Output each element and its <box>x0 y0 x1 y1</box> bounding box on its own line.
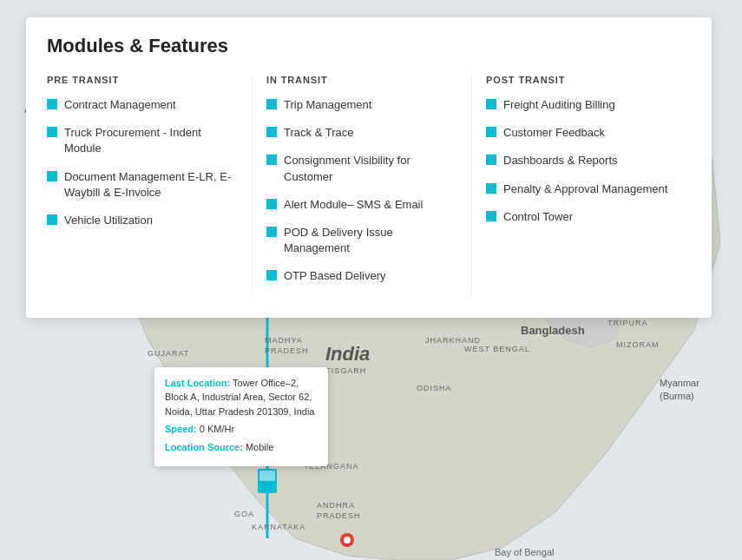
bullet-icon <box>47 99 57 109</box>
bullet-icon <box>47 171 57 181</box>
location-source-row: Location Source: Mobile <box>165 440 318 455</box>
svg-text:ODISHA: ODISHA <box>417 384 452 392</box>
bullet-icon <box>266 227 277 237</box>
svg-text:Myanmar: Myanmar <box>660 378 699 388</box>
columns-container: PRE TRANSIT Contract Management Truck Pr… <box>47 75 691 297</box>
bullet-icon <box>266 270 277 280</box>
bullet-icon <box>486 155 496 165</box>
in-transit-list: Trip Management Track & Trace Consignmen… <box>266 97 457 285</box>
svg-text:PRADESH: PRADESH <box>265 346 309 355</box>
svg-text:Bangladesh: Bangladesh <box>521 324 585 337</box>
pre-transit-column: PRE TRANSIT Contract Management Truck Pr… <box>47 75 253 297</box>
modules-features-card: Modules & Features PRE TRANSIT Contract … <box>26 17 712 318</box>
bullet-icon <box>47 127 57 137</box>
list-item: Track & Trace <box>266 125 457 141</box>
svg-text:GOA: GOA <box>234 510 254 518</box>
list-item: Trip Management <box>266 97 457 113</box>
bullet-icon <box>266 127 277 137</box>
bullet-icon <box>266 155 277 165</box>
list-item: Freight Auditing Billing <box>486 97 677 113</box>
svg-rect-6 <box>259 471 275 481</box>
speed-row: Speed: 0 KM/Hr <box>165 422 318 437</box>
svg-text:Bay of Bengal: Bay of Bengal <box>495 547 555 557</box>
svg-text:(Burma): (Burma) <box>660 391 694 401</box>
bullet-icon <box>266 99 277 109</box>
svg-point-8 <box>344 537 351 544</box>
svg-text:India: India <box>325 343 370 365</box>
location-source-value: Mobile <box>246 442 273 452</box>
bullet-icon <box>47 214 57 225</box>
list-item: Contract Management <box>47 97 238 113</box>
list-item: Dashboards & Reports <box>486 153 677 168</box>
bullet-icon <box>486 99 496 109</box>
list-item: Alert Module– SMS & Email <box>266 197 457 213</box>
location-source-label: Location Source: <box>165 442 243 452</box>
svg-text:GUJARAT: GUJARAT <box>148 349 189 358</box>
list-item: Customer Feedback <box>486 125 677 141</box>
in-transit-header: IN TRANSIT <box>266 75 457 85</box>
svg-text:WEST BENGAL: WEST BENGAL <box>464 345 530 353</box>
list-item: Penalty & Approval Management <box>486 181 677 197</box>
svg-text:MIZORAM: MIZORAM <box>616 340 660 349</box>
location-popup: Last Location: Tower Office–2, Block A, … <box>154 367 328 467</box>
svg-text:KARNATAKA: KARNATAKA <box>252 523 305 531</box>
list-item: Vehicle Utilization <box>47 213 238 228</box>
list-item: Document Management E-LR, E-Waybill & E-… <box>47 169 238 201</box>
speed-value: 0 KM/Hr <box>200 424 234 434</box>
svg-text:PRADESH: PRADESH <box>317 511 361 520</box>
pre-transit-list: Contract Management Truck Procurement - … <box>47 97 238 228</box>
svg-text:JHARKHAND: JHARKHAND <box>425 336 481 345</box>
last-location-label: Last Location: <box>165 378 230 388</box>
in-transit-column: IN TRANSIT Trip Management Track & Trace… <box>266 75 472 297</box>
page-title: Modules & Features <box>47 35 691 57</box>
last-location-row: Last Location: Tower Office–2, Block A, … <box>165 376 318 419</box>
list-item: Truck Procurement - Indent Module <box>47 125 238 156</box>
post-transit-list: Freight Auditing Billing Customer Feedba… <box>486 97 677 225</box>
bullet-icon <box>486 127 496 137</box>
bullet-icon <box>486 211 496 221</box>
svg-text:MADHYA: MADHYA <box>265 336 303 345</box>
list-item: Consignment Visibility for Customer <box>266 153 457 184</box>
list-item: POD & Delivery Issue Management <box>266 225 457 256</box>
list-item: OTP Based Delivery <box>266 268 457 284</box>
speed-label: Speed: <box>165 424 197 434</box>
svg-text:ANDHRA: ANDHRA <box>317 501 355 510</box>
bullet-icon <box>486 183 496 194</box>
svg-text:TRIPURA: TRIPURA <box>607 319 648 327</box>
pre-transit-header: PRE TRANSIT <box>47 75 238 85</box>
bullet-icon <box>266 199 277 209</box>
post-transit-column: POST TRANSIT Freight Auditing Billing Cu… <box>486 75 691 297</box>
list-item: Control Tower <box>486 209 677 225</box>
post-transit-header: POST TRANSIT <box>486 75 677 85</box>
